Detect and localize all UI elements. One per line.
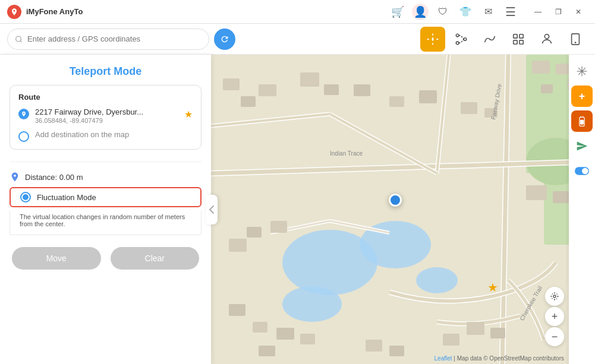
divider-1	[10, 162, 202, 162]
add-destination-label: Add destination on the map	[35, 130, 129, 139]
svg-rect-56	[276, 328, 294, 340]
svg-point-77	[582, 168, 588, 175]
svg-text:Indian Trace: Indian Trace	[330, 150, 363, 157]
minimize-button[interactable]: —	[528, 4, 547, 20]
paper-plane-button[interactable]	[571, 135, 593, 157]
close-button[interactable]: ✕	[569, 4, 588, 20]
toolbar	[420, 27, 588, 52]
add-destination-dot	[18, 131, 29, 142]
svg-rect-39	[526, 185, 547, 200]
panel-title: Teleport Mode	[0, 55, 211, 85]
zoom-in-button[interactable]: +	[545, 307, 564, 326]
plus-icon: +	[579, 90, 585, 103]
chevron-left-icon	[209, 205, 215, 214]
svg-point-71	[581, 70, 583, 72]
svg-rect-38	[541, 84, 553, 93]
svg-point-3	[456, 34, 459, 37]
multistop-icon	[455, 33, 468, 46]
add-destination-item[interactable]: Add destination on the map	[18, 130, 193, 142]
map[interactable]: Fairway Drive Indian Trace Cherokee Trai…	[211, 55, 595, 364]
mail-icon[interactable]: ✉	[480, 4, 496, 20]
svg-point-17	[416, 267, 458, 293]
svg-point-10	[544, 34, 549, 38]
route-label: Route	[18, 93, 193, 102]
menu-icon[interactable]: ☰	[502, 4, 519, 20]
teleport-mode-button[interactable]	[420, 27, 445, 52]
svg-rect-57	[300, 334, 315, 344]
svg-rect-47	[324, 84, 339, 95]
svg-rect-7	[520, 34, 523, 37]
restore-button[interactable]: ❐	[549, 4, 568, 20]
svg-rect-41	[461, 102, 477, 114]
zoom-in-icon: +	[552, 311, 558, 322]
multi-stop-button[interactable]	[449, 27, 474, 52]
search-input[interactable]	[27, 34, 202, 43]
toggle-button[interactable]	[571, 160, 593, 182]
svg-rect-48	[259, 84, 276, 96]
compass-icon	[426, 33, 439, 46]
locate-icon	[550, 292, 559, 301]
shirt-icon[interactable]: 👕	[457, 4, 474, 20]
svg-rect-54	[229, 304, 245, 316]
move-button[interactable]: Move	[12, 247, 101, 270]
svg-point-78	[553, 295, 556, 297]
svg-point-16	[282, 286, 342, 322]
svg-point-4	[464, 37, 467, 40]
zoom-out-icon: −	[552, 331, 558, 342]
route-box: Route 2217 Fairway Drive, Dyersbur... 36…	[10, 85, 202, 150]
svg-point-79	[552, 293, 558, 300]
destination-address: 2217 Fairway Drive, Dyersbur...	[35, 107, 178, 116]
svg-rect-46	[300, 72, 319, 87]
route-icon	[483, 33, 496, 46]
destination-item: 2217 Fairway Drive, Dyersbur... 36.05848…	[18, 107, 193, 124]
refresh-icon	[220, 34, 229, 44]
leaflet-link[interactable]: Leaflet	[435, 355, 452, 362]
fluctuation-radio[interactable]	[20, 192, 31, 202]
location-marker	[389, 194, 402, 207]
fluctuation-mode-row[interactable]: Fluctuation Mode	[10, 187, 202, 207]
toggle-icon	[575, 167, 589, 175]
grid-icon	[512, 33, 525, 46]
device-button[interactable]	[563, 27, 588, 52]
search-input-wrap	[7, 29, 209, 50]
sidebar-panel: Teleport Mode Route 2217 Fairway Drive, …	[0, 55, 211, 364]
map-attribution: Leaflet | Map data © OpenStreetMap contr…	[435, 355, 564, 362]
zoom-out-button[interactable]: −	[545, 327, 564, 346]
favorite-star-icon[interactable]: ★	[184, 109, 193, 120]
distance-label: Distance: 0.00 m	[25, 173, 83, 182]
battery-button[interactable]	[571, 110, 593, 132]
svg-rect-59	[366, 340, 382, 352]
user-icon[interactable]: 👤	[412, 4, 429, 20]
main-content: Teleport Mode Route 2217 Fairway Drive, …	[0, 55, 595, 364]
svg-rect-63	[443, 334, 459, 346]
route-button[interactable]	[477, 27, 502, 52]
sidebar-collapse-handle[interactable]	[206, 195, 218, 224]
distance-icon	[10, 172, 20, 182]
svg-rect-51	[270, 221, 287, 233]
add-point-button[interactable]: +	[571, 86, 593, 107]
map-zoom-controls: + −	[545, 287, 564, 346]
svg-rect-58	[259, 346, 275, 356]
svg-rect-45	[354, 84, 370, 96]
titlebar-icons: 🛒 👤 🛡 👕 ✉ ☰	[389, 4, 519, 20]
svg-rect-9	[520, 40, 523, 43]
fluctuation-description: The virtual location changes in random n…	[10, 211, 202, 235]
shield-icon[interactable]: 🛡	[435, 4, 451, 20]
app-title: iMyFone AnyTo	[26, 7, 389, 16]
person-button[interactable]	[534, 27, 559, 52]
svg-rect-62	[490, 328, 505, 338]
grid-button[interactable]	[506, 27, 531, 52]
distance-row: Distance: 0.00 m	[0, 167, 211, 187]
svg-line-1	[20, 40, 21, 42]
snowflake-icon	[576, 65, 588, 77]
cart-icon[interactable]: 🛒	[389, 4, 406, 20]
svg-point-0	[16, 36, 21, 42]
freeze-button[interactable]	[571, 61, 593, 82]
locate-button[interactable]	[545, 287, 564, 306]
search-go-button[interactable]	[214, 29, 235, 50]
svg-rect-49	[241, 96, 256, 107]
map-right-controls: +	[569, 55, 595, 364]
svg-rect-40	[553, 191, 569, 203]
clear-button[interactable]: Clear	[111, 247, 200, 270]
destination-dot	[18, 109, 29, 119]
